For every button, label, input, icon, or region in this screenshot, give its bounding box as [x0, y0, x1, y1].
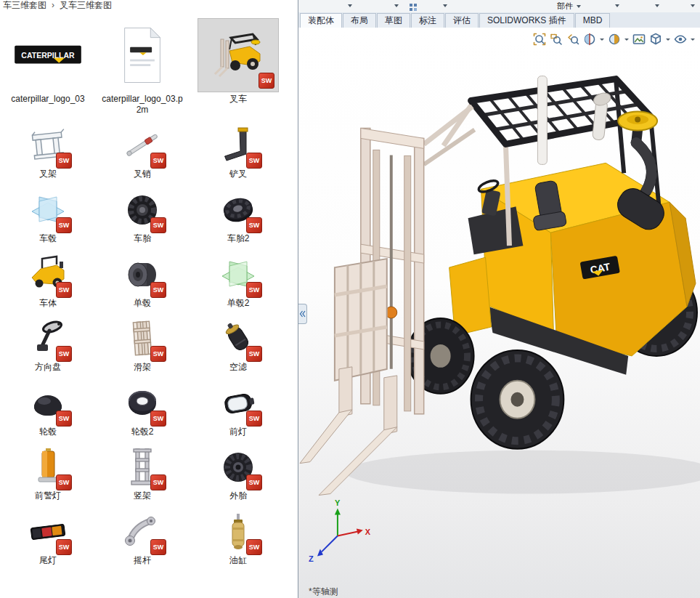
file-item[interactable]: SW空滤 [193, 318, 283, 373]
svg-text:Y: Y [335, 498, 341, 507]
file-label: 单毂 [101, 298, 184, 309]
appearance-icon[interactable] [607, 32, 622, 47]
featuremanager-collapse-handle[interactable] [298, 304, 307, 324]
file-item[interactable]: SW单毂2 [193, 254, 283, 309]
solidworks-badge-icon: SW [246, 411, 262, 427]
dropdown-caret-icon [577, 5, 581, 8]
headlight-thumbnail: SW [217, 382, 259, 424]
file-label: 轮毂2 [101, 427, 184, 437]
file-item[interactable]: SW车胎2 [193, 189, 283, 244]
file-item[interactable]: SW叉车 [193, 19, 283, 115]
file-item[interactable]: SW车体 [3, 254, 93, 309]
visibility-icon[interactable] [673, 32, 688, 47]
file-item[interactable]: SW车胎 [97, 189, 187, 244]
ribbon-tab[interactable]: MBD [575, 13, 611, 28]
ribbon-strip: 部件 [298, 0, 700, 13]
file-grid: CATERPILLARcaterpillar_logo_03caterpilla… [1, 13, 292, 575]
file-label: 叉销 [101, 169, 184, 179]
dropdown-caret-icon[interactable] [666, 39, 670, 41]
tire-thumbnail: SW [121, 189, 163, 231]
solidworks-panel: 部件 装配体布局草图标注评估SOLIDWORKS 插件MBD [298, 0, 700, 598]
ribbon-tab[interactable]: 布局 [343, 13, 376, 28]
file-item[interactable]: SW轮毂 [3, 382, 93, 437]
solidworks-badge-icon: SW [246, 153, 262, 169]
ribbon-dropdown-caret[interactable] [655, 4, 659, 7]
ribbon-dropdown-caret[interactable] [615, 4, 619, 7]
file-label: 单毂2 [197, 298, 280, 309]
file-item[interactable]: SW车毂 [3, 189, 93, 244]
file-item[interactable]: SW方向盘 [3, 318, 93, 373]
breadcrumb-current[interactable]: 叉车三维套图 [60, 0, 112, 10]
solidworks-badge-icon: SW [259, 73, 274, 89]
file-item[interactable]: SW前灯 [193, 382, 283, 437]
previous-view-icon[interactable] [566, 32, 580, 47]
ribbon-tab[interactable]: 草图 [377, 13, 410, 28]
breadcrumb: 车三维套图›叉车三维套图 [0, 0, 298, 13]
front-right-wheel [471, 350, 564, 449]
solidworks-badge-icon: SW [56, 153, 72, 169]
breadcrumb-parent[interactable]: 车三维套图 [3, 0, 46, 10]
file-item[interactable]: CATERPILLARcaterpillar_logo_03 [3, 19, 93, 115]
file-item[interactable]: SW前警灯 [3, 446, 93, 501]
zoom-area-icon[interactable] [549, 32, 563, 47]
hub-dome-thumbnail: SW [27, 382, 69, 424]
dropdown-caret-icon[interactable] [691, 39, 695, 41]
file-item[interactable]: SW摇杆 [97, 511, 187, 566]
file-item[interactable]: SW竖架 [97, 446, 187, 501]
file-item[interactable]: SW尾灯 [3, 511, 93, 566]
solidworks-badge-icon: SW [56, 474, 72, 490]
file-label: 方向盘 [7, 362, 89, 373]
dropdown-caret-icon[interactable] [624, 39, 629, 41]
carriage-frame-thumbnail: SW [121, 318, 163, 360]
file-item[interactable]: SW铲叉 [193, 124, 283, 179]
solidworks-badge-icon: SW [56, 217, 72, 233]
file-explorer-panel: 车三维套图›叉车三维套图 CATERPILLARcaterpillar_logo… [0, 0, 298, 598]
solidworks-badge-icon: SW [150, 153, 166, 169]
ribbon-tab[interactable]: 标注 [411, 13, 444, 28]
file-item[interactable]: SW单毂 [97, 254, 187, 309]
solidworks-badge-icon: SW [150, 411, 166, 427]
zoom-fit-icon[interactable] [532, 32, 547, 47]
component-dropdown-button[interactable]: 部件 [554, 1, 584, 12]
solidworks-badge-icon: SW [246, 539, 262, 555]
svg-text:Z: Z [309, 554, 314, 563]
taillight-thumbnail: SW [27, 511, 69, 553]
ribbon-tab[interactable]: 装配体 [300, 13, 342, 28]
ribbon-dropdown-caret[interactable] [443, 4, 447, 7]
solidworks-badge-icon: SW [150, 282, 166, 298]
display-style-icon[interactable] [648, 32, 663, 47]
file-label: 车胎2 [197, 233, 280, 244]
file-label: 车胎 [101, 233, 184, 244]
solidworks-badge-icon: SW [56, 346, 72, 362]
ribbon-dropdown-caret[interactable] [348, 4, 352, 7]
file-label: 尾灯 [7, 555, 89, 566]
svg-text:CATERPILLAR: CATERPILLAR [21, 51, 75, 60]
orientation-triad: Y X Z [309, 498, 371, 564]
doc-thumbnail [102, 19, 182, 92]
file-item[interactable]: SW滑架 [97, 318, 187, 373]
tire-ring-thumbnail: SW [121, 382, 163, 424]
ribbon-dropdown-caret[interactable] [691, 4, 695, 7]
file-item[interactable]: SW油缸 [193, 511, 283, 566]
file-label: 车毂 [7, 233, 89, 244]
file-label: 前灯 [197, 427, 280, 437]
ribbon-tab[interactable]: 评估 [445, 13, 479, 28]
file-item[interactable]: SW外胎 [193, 446, 283, 501]
graphics-viewport[interactable]: CAT [298, 28, 700, 598]
section-view-icon[interactable] [582, 32, 597, 47]
dropdown-caret-icon[interactable] [600, 39, 604, 41]
solidworks-badge-icon: SW [246, 346, 262, 362]
file-item[interactable]: SW叉架 [3, 124, 93, 179]
file-label: 空滤 [197, 362, 280, 373]
ribbon-tab[interactable]: SOLIDWORKS 插件 [479, 13, 574, 28]
solidworks-badge-icon: SW [246, 474, 262, 490]
body-thumbnail: SW [27, 254, 69, 296]
file-item[interactable]: SW叉销 [97, 124, 187, 179]
scene-icon[interactable] [632, 32, 646, 47]
ribbon-dropdown-caret[interactable] [394, 4, 399, 7]
file-item[interactable]: caterpillar_logo_03.p2m [97, 19, 187, 115]
file-label: 车体 [7, 298, 89, 309]
pin-thumbnail: SW [121, 124, 163, 166]
file-label: 前警灯 [7, 490, 89, 501]
file-item[interactable]: SW轮毂2 [97, 382, 187, 437]
